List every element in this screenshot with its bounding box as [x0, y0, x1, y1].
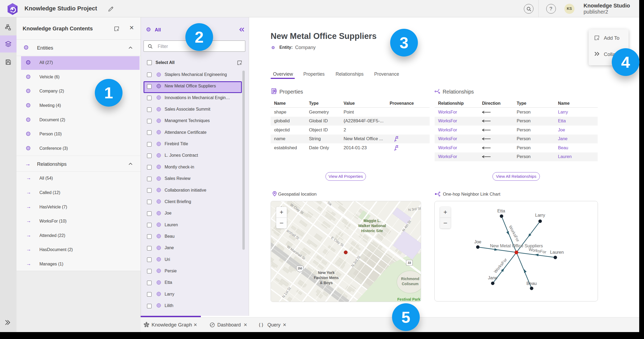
svg-text:250: 250: [298, 267, 302, 270]
svg-text:WorksFor: WorksFor: [528, 247, 547, 254]
svg-text:WorksFor: WorksFor: [508, 225, 520, 243]
svg-text:Walker National: Walker National: [358, 224, 386, 228]
svg-text:Coliseum: Coliseum: [402, 282, 418, 286]
svg-text:Lauren: Lauren: [550, 250, 564, 255]
svg-text:Joe: Joe: [474, 239, 482, 244]
svg-text:Historic Site: Historic Site: [361, 229, 383, 233]
svg-text:Fashion Mens: Fashion Mens: [314, 276, 339, 280]
svg-text:Larry: Larry: [535, 213, 545, 217]
svg-text:Beau: Beau: [527, 281, 537, 286]
svg-text:New Metal Office Suppliers: New Metal Office Suppliers: [490, 243, 543, 248]
svg-text:Jane: Jane: [488, 275, 498, 280]
svg-text:Richmond: Richmond: [401, 277, 419, 281]
svg-text:Etta: Etta: [497, 208, 505, 213]
svg-text:& Boys: & Boys: [320, 281, 333, 285]
svg-text:Maggie L.: Maggie L.: [364, 219, 381, 223]
svg-text:New York: New York: [318, 271, 335, 275]
svg-text:Festival Park: Festival Park: [397, 297, 421, 301]
svg-text:WorksFor: WorksFor: [493, 257, 508, 274]
svg-text:33: 33: [408, 261, 411, 264]
